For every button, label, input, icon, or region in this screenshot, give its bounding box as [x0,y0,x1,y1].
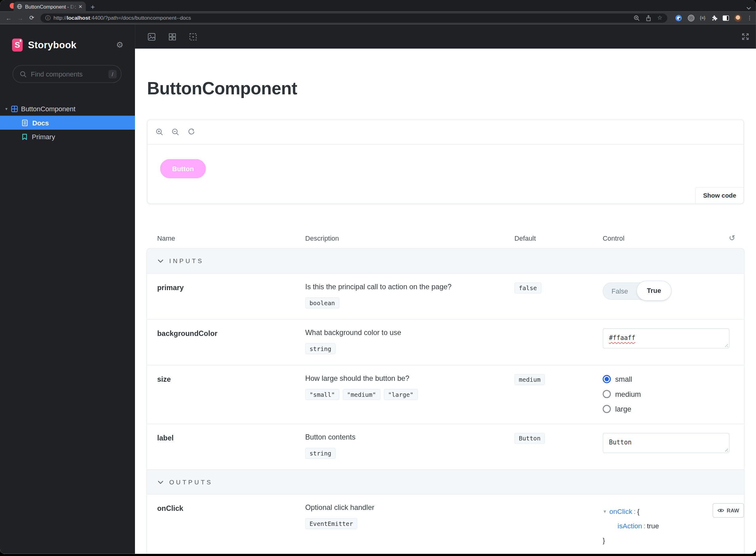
background-image-icon[interactable] [147,33,156,41]
section-label: INPUTS [169,257,204,265]
settings-gear-icon[interactable]: ⚙ [116,40,124,50]
browser-tab[interactable]: ButtonComponent - Docs · Sto ✕ [13,2,86,12]
reset-controls-icon[interactable]: ↺ [729,234,735,242]
section-inputs[interactable]: INPUTS [147,249,744,274]
tree-item-label: Primary [32,133,55,140]
arg-row-size: size How large should the button be? "sm… [147,365,744,423]
label-text-input[interactable]: Button [603,433,729,453]
side-panel-icon[interactable] [723,15,729,20]
search-icon [20,71,27,77]
args-table-header: Name Description Default Control ↺ [147,234,744,249]
toggle-true-option[interactable]: True [637,281,671,300]
arg-description: What background color to use [305,328,497,337]
input-value: Button [609,439,632,446]
extension-braces-icon[interactable]: {≡} [700,15,706,20]
search-input[interactable]: Find components / [12,65,122,83]
extension-area: {≡} ⋮ [671,14,752,22]
boolean-toggle: False True [603,282,670,300]
tree-item-primary[interactable]: Primary [0,130,135,143]
address-bar[interactable]: ⓘ http://localhost:4400/?path=/docs/butt… [41,13,667,23]
radio-label: large [615,405,631,413]
component-grid-icon [11,105,18,112]
radio-icon [603,375,611,383]
new-tab-button[interactable]: + [91,3,95,11]
object-colon: : [642,522,647,529]
extension-circles-icon[interactable] [687,14,695,22]
canvas-toolbar [135,24,756,48]
extension-blue-icon[interactable] [675,14,682,22]
type-chip: "large" [384,389,418,400]
grid-icon[interactable] [168,33,176,41]
preview-button[interactable]: Button [160,159,206,179]
component-tree: ▾ ButtonComponent Docs Primary [0,102,135,143]
bookmark-star-icon[interactable]: ☆ [657,14,662,21]
args-table: Name Description Default Control ↺ [147,234,744,554]
back-icon[interactable]: ← [4,14,13,22]
radio-option-medium[interactable]: medium [603,390,730,398]
radio-label: small [615,375,632,383]
object-key-link[interactable]: onClick [609,508,632,515]
reload-icon[interactable]: ⟳ [27,14,37,21]
resize-grip[interactable] [724,343,728,347]
extensions-puzzle-icon[interactable] [711,14,718,21]
brand-row: S Storybook ⚙ [0,24,135,51]
fullscreen-icon[interactable] [742,33,749,41]
chevron-down-icon [158,259,164,263]
header-description: Description [305,234,515,242]
document-icon [22,119,28,126]
raw-toggle-button[interactable]: RAW [713,503,744,518]
arg-row-onclick: onClick Optional click handler EventEmit… [147,494,744,554]
search-shortcut-badge: / [108,70,116,78]
radio-label: medium [615,390,641,398]
preview-body: Button [147,144,744,203]
show-code-button[interactable]: Show code [695,187,744,204]
resize-grip[interactable] [724,447,728,452]
onclick-object-control: ▼onClick:{ isAction:true } RA [603,503,744,547]
radio-option-large[interactable]: large [603,405,730,413]
arg-name: label [147,433,305,459]
zoom-out-icon[interactable] [172,128,179,136]
default-chip: Button [514,433,545,444]
tree-item-buttoncomponent[interactable]: ▾ ButtonComponent [0,102,135,115]
zoom-page-icon[interactable] [633,15,640,21]
object-key-link[interactable]: isAction [618,522,642,529]
tab-strip: ButtonComponent - Docs · Sto ✕ + [0,0,756,12]
docs-panel: ButtonComponent Button Show code [135,48,756,554]
profile-avatar[interactable] [734,14,742,22]
storybook-app: S Storybook ⚙ Find components / ▾ Button… [0,24,756,554]
expander-caret-icon[interactable]: ▾ [5,107,7,111]
raw-label: RAW [727,508,739,513]
zoom-reset-icon[interactable] [187,128,195,136]
arg-row-label: label Button contents string Button Butt… [147,423,744,469]
measure-icon[interactable] [189,33,197,41]
section-label: OUTPUTS [169,478,212,486]
toggle-false-option[interactable]: False [603,282,637,300]
default-chip: medium [514,374,545,385]
tree-item-docs[interactable]: Docs [0,115,135,129]
browser-toolbar: ← → ⟳ ⓘ http://localhost:4400/?path=/doc… [0,12,756,24]
chrome-menu-icon[interactable]: ⋮ [747,15,752,21]
tree-caret-icon[interactable]: ▼ [603,509,607,514]
arg-name: onClick [147,503,305,547]
radio-icon [603,405,611,413]
header-name: Name [147,234,305,242]
section-outputs[interactable]: OUTPUTS [147,469,744,494]
site-info-icon[interactable]: ⓘ [45,14,50,22]
chevron-down-icon [158,480,164,484]
story-preview-card: Button Show code [147,119,744,204]
arg-description: Optional click handler [305,503,497,512]
zoom-in-icon[interactable] [156,128,164,136]
forward-icon[interactable]: → [15,14,25,22]
type-chip: string [305,448,336,459]
header-default: Default [514,234,603,242]
chrome-overflow-chevron-icon[interactable] [747,7,751,9]
type-chip: "small" [305,389,339,400]
radio-option-small[interactable]: small [603,375,730,383]
type-chip: boolean [305,298,339,309]
content-area: ButtonComponent Button Show code [135,24,756,554]
object-colon: : [632,508,637,515]
tab-close-icon[interactable]: ✕ [78,4,82,9]
backgroundcolor-text-input[interactable]: #ffaaff [603,328,729,349]
share-icon[interactable] [646,15,651,21]
arg-name: size [147,374,305,413]
